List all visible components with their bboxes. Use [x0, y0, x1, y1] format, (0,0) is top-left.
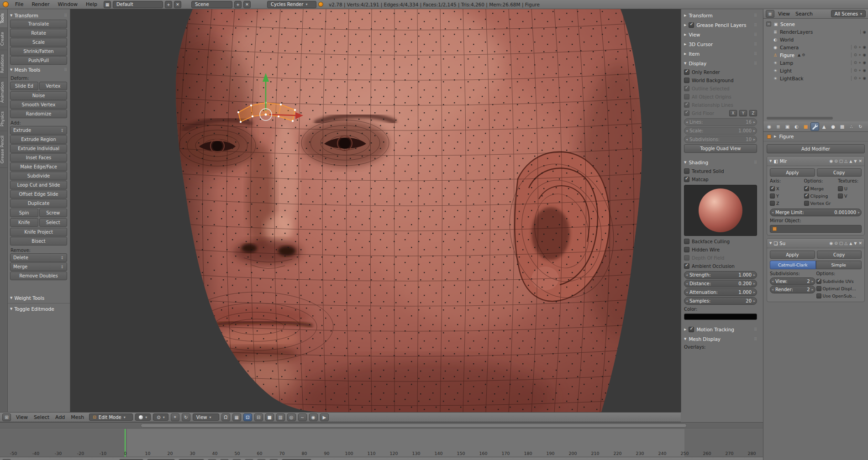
outliner-row-scene[interactable]: −▣Scene [765, 20, 866, 28]
tool-button[interactable]: Slide Ed [10, 82, 38, 90]
extrude-dropdown[interactable]: Extrude [10, 126, 67, 135]
panel-header-transform[interactable]: Transform [684, 10, 757, 20]
axis-y-row[interactable]: Y [770, 192, 803, 199]
tool-button[interactable]: Spin [10, 209, 38, 217]
grid-axis-z-toggle[interactable]: Z [749, 110, 757, 116]
outliner-row-lightback[interactable]: ☀LightBack⊙⌖◉ [765, 74, 866, 82]
grid-lines-field[interactable]: Lines:16 [684, 118, 757, 126]
axis-z-row[interactable]: Z [770, 199, 803, 207]
drag-dots-icon[interactable] [754, 337, 757, 341]
checkbox[interactable] [684, 94, 689, 99]
object-tab[interactable]: ■ [801, 122, 810, 131]
editmode-toggle-icon[interactable]: ▢ [839, 159, 843, 163]
render-toggle-icon[interactable]: ◉ [829, 241, 833, 246]
checkbox[interactable] [770, 201, 775, 206]
panel-header-shading[interactable]: Shading [684, 157, 757, 167]
manipulator-toggle[interactable]: ↻ [182, 413, 190, 421]
breadcrumb-object-name[interactable]: Figure [779, 134, 794, 139]
grid-floor-row[interactable]: Grid Floor X Y Z [684, 109, 757, 117]
blender-logo-icon[interactable] [3, 1, 9, 7]
tool-button[interactable]: Screw [39, 209, 68, 217]
edge-select-button[interactable]: ⊟ [254, 413, 263, 421]
modifier-name[interactable]: Su [779, 241, 785, 246]
physics-tab[interactable]: ↻ [856, 122, 865, 131]
opengl-render-button[interactable]: ◉ [309, 413, 318, 421]
render-toggle-icon[interactable]: ◉ [863, 76, 866, 81]
checkbox[interactable] [684, 78, 689, 83]
ao-color-swatch[interactable] [684, 314, 757, 320]
panel-header-3d-cursor[interactable]: 3D Cursor [684, 39, 757, 49]
cage-toggle-icon[interactable]: △ [844, 241, 847, 246]
drag-dots-icon[interactable] [754, 32, 757, 37]
snap-element-dropdown[interactable]: ▦ [232, 413, 241, 421]
main-menu-item[interactable]: Render [32, 1, 49, 7]
panel-header-motion-tracking[interactable]: Motion Tracking [684, 324, 757, 334]
restrict-toggles[interactable]: ⊙⌖◉ [851, 52, 866, 58]
visibility-toggle-icon[interactable]: ⊙ [854, 52, 857, 58]
checkbox[interactable] [684, 255, 689, 261]
render-toggle-icon[interactable]: ◉ [863, 68, 866, 73]
outliner-scrollbar[interactable] [767, 117, 833, 120]
select-toggle-icon[interactable]: ⌖ [859, 76, 861, 81]
modifier-name[interactable]: Mir [780, 159, 787, 164]
apply-button[interactable]: Apply [770, 251, 815, 259]
tool-button[interactable]: Noise [10, 91, 67, 100]
tool-button[interactable]: Bisect [10, 237, 67, 246]
timeline-scroll-track[interactable] [0, 423, 763, 429]
checkbox[interactable] [689, 327, 694, 332]
outliner-row-renderlayers[interactable]: ≣RenderLayers◉ [765, 28, 866, 36]
grid-subdivisions-field[interactable]: Subdivisions:10 [684, 136, 757, 143]
restrict-toggles[interactable]: ◉ [860, 30, 866, 34]
tool-button[interactable]: Push/Pull [10, 56, 67, 65]
move-up-icon[interactable]: ▲ [849, 241, 852, 246]
matcap-preview[interactable] [684, 185, 757, 236]
shelf-tab-tools[interactable]: Tools [0, 9, 7, 28]
render-toggle-icon[interactable]: ◉ [863, 45, 866, 50]
outliner-row-world[interactable]: ◐World [765, 36, 866, 43]
drag-dots-icon[interactable] [754, 52, 757, 56]
tool-button[interactable]: Scale [10, 38, 67, 47]
render-engine-dropdown[interactable]: Cycles Render [267, 1, 316, 8]
drag-dots-icon[interactable] [754, 61, 757, 66]
tool-button[interactable]: Inset Faces [10, 153, 67, 162]
checkbox[interactable] [816, 286, 821, 291]
clipping-row[interactable]: Clipping [804, 192, 837, 199]
outliner-row-lamp[interactable]: ☀Lamp⊙⌖◉ [765, 59, 866, 67]
texture-v-row[interactable]: V [838, 192, 862, 199]
viewport-menu-item[interactable]: View [16, 414, 28, 420]
merge-limit-field[interactable]: Merge Limit:0.001000 [770, 209, 862, 216]
tool-button[interactable]: Smooth Vertex [10, 100, 67, 109]
checkbox[interactable] [816, 279, 821, 284]
panel-header-grease-pencil[interactable]: Grease Pencil Layers [684, 20, 757, 30]
select-toggle-icon[interactable]: ⌖ [859, 45, 861, 50]
visibility-toggle-icon[interactable]: ⊙ [854, 60, 857, 65]
tool-button[interactable]: Extrude Region [10, 135, 67, 144]
pivot-align-toggle[interactable]: ⌖ [171, 413, 179, 421]
tool-button[interactable]: Extrude Individual [10, 144, 67, 153]
mirror-modifier-header[interactable]: ◧ Mir ◉⊙▢△ ▲ ▼ ✕ [767, 157, 864, 166]
render-toggle-icon[interactable]: ◉ [863, 30, 866, 34]
optimal-display-row[interactable]: Optimal Displ... [816, 285, 862, 292]
tool-button[interactable]: Duplicate [10, 199, 67, 208]
pivot-point-dropdown[interactable]: ⊙ [153, 413, 168, 421]
checkbox[interactable] [804, 193, 809, 199]
axis-x-row[interactable]: X [770, 185, 803, 192]
select-toggle-icon[interactable]: ⌖ [859, 68, 861, 73]
merge-row[interactable]: Merge [804, 185, 837, 192]
main-menu-item[interactable]: File [15, 1, 23, 7]
outliner-row-figure[interactable]: ♙Figure▲⚙⊙⌖◉ [765, 51, 866, 59]
checkbox[interactable] [770, 193, 775, 199]
grid-scale-field[interactable]: Scale:1.000 [684, 127, 757, 135]
copy-button[interactable]: Copy [817, 168, 862, 177]
restrict-toggles[interactable]: ⊙⌖◉ [851, 45, 866, 50]
drag-dots-icon[interactable] [64, 68, 67, 72]
subdivide-uvs-row[interactable]: Subdivide UVs [816, 277, 862, 285]
simple-button[interactable]: Simple [816, 261, 862, 269]
occlude-geometry-toggle[interactable]: ▥ [276, 413, 285, 421]
panel-header-view[interactable]: View [684, 30, 757, 39]
ao-attenuation-field[interactable]: Attenuation:1.000 [684, 288, 757, 296]
viewport-menu-item[interactable]: Mesh [71, 414, 84, 420]
matcap-row[interactable]: Matcap [684, 175, 757, 183]
render-tab[interactable]: ◉ [765, 122, 773, 131]
timeline-scrollbar[interactable] [141, 423, 687, 428]
